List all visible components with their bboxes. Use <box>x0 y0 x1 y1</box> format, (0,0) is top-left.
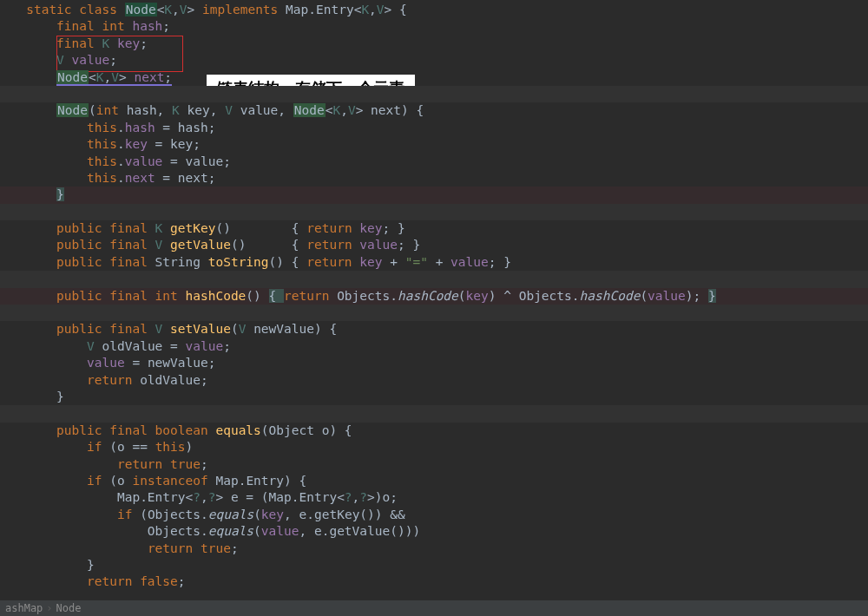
code-line: return oldValue; <box>0 372 868 389</box>
code-line: V value; <box>0 52 868 69</box>
code-line <box>0 86 868 102</box>
code-line: public final V getValue() { return value… <box>0 237 868 253</box>
code-line <box>0 271 868 287</box>
code-line: } <box>0 557 868 573</box>
code-line: this.key = key; <box>0 136 868 153</box>
breadcrumb-item[interactable]: ashMap <box>5 602 43 614</box>
code-line <box>0 405 868 422</box>
code-line: if (o instanceof Map.Entry) { <box>0 473 868 489</box>
code-line: return true; <box>0 456 868 473</box>
code-line: Map.Entry<?,?> e = (Map.Entry<?,?>)o; <box>0 489 868 506</box>
code-line: return true; <box>0 541 868 557</box>
code-line: this.value = value; <box>0 154 868 170</box>
code-line: final K key; <box>0 36 868 52</box>
code-line: if (Objects.equals(key, e.getKey()) && <box>0 507 868 523</box>
code-editor[interactable]: 链表结构，存储下一个元素 static class Node<K,V> impl… <box>0 0 868 600</box>
code-line: public final V setValue(V newValue) { <box>0 321 868 337</box>
code-line: V oldValue = value; <box>0 338 868 355</box>
code-line: this.hash = hash; <box>0 120 868 136</box>
code-line: return false; <box>0 573 868 590</box>
code-line <box>0 305 868 321</box>
code-line: static class Node<K,V> implements Map.En… <box>0 2 868 18</box>
code-line: value = newValue; <box>0 355 868 371</box>
code-line: if (o == this) <box>0 439 868 455</box>
code-line: } <box>0 187 868 203</box>
code-line <box>0 204 868 220</box>
code-line: Node(int hash, K key, V value, Node<K,V>… <box>0 102 868 119</box>
code-line: public final int hashCode() { return Obj… <box>0 288 868 305</box>
code-line: } <box>0 389 868 405</box>
code-line: public final boolean equals(Object o) { <box>0 423 868 439</box>
breadcrumb[interactable]: ashMap›Node <box>0 600 868 616</box>
code-line: final int hash; <box>0 18 868 35</box>
breadcrumb-item[interactable]: Node <box>56 602 82 614</box>
chevron-right-icon: › <box>46 602 52 614</box>
code-line: public final String toString() { return … <box>0 254 868 271</box>
code-line: Node<K,V> next; <box>0 69 868 86</box>
code-line: Objects.equals(value, e.getValue())) <box>0 523 868 540</box>
code-line: this.next = next; <box>0 170 868 187</box>
code-line: public final K getKey() { return key; } <box>0 220 868 237</box>
